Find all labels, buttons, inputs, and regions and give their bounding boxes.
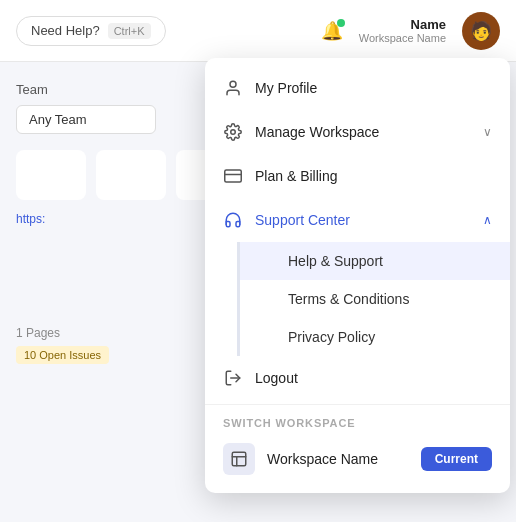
chevron-up-icon: ∧ — [483, 213, 492, 227]
menu-item-plan-billing[interactable]: Plan & Billing — [205, 154, 510, 198]
notification-dot — [337, 19, 345, 27]
svg-rect-2 — [225, 170, 242, 182]
submenu-item-privacy[interactable]: Privacy Policy — [237, 318, 510, 356]
team-select[interactable]: Any Team — [16, 105, 156, 134]
dropdown-menu: My Profile Manage Workspace ∨ Plan & Bil… — [205, 58, 510, 493]
svg-rect-5 — [232, 452, 246, 466]
user-name: Name — [359, 17, 446, 32]
submenu-item-terms[interactable]: Terms & Conditions — [237, 280, 510, 318]
card-1 — [16, 150, 86, 200]
current-badge: Current — [421, 447, 492, 471]
logout-label: Logout — [255, 370, 492, 386]
chevron-down-icon: ∨ — [483, 125, 492, 139]
submenu-item-help-support[interactable]: Help & Support — [237, 242, 510, 280]
workspace-row[interactable]: Workspace Name Current — [205, 433, 510, 485]
svg-point-1 — [231, 130, 236, 135]
profile-icon — [223, 78, 243, 98]
gear-icon — [223, 122, 243, 142]
manage-workspace-label: Manage Workspace — [255, 124, 471, 140]
workspace-name: Workspace Name — [359, 32, 446, 44]
user-info[interactable]: Name Workspace Name — [359, 17, 446, 44]
terms-conditions-label: Terms & Conditions — [288, 291, 409, 307]
menu-item-logout[interactable]: Logout — [205, 356, 510, 400]
help-support-label: Help & Support — [288, 253, 383, 269]
workspace-icon — [223, 443, 255, 475]
privacy-policy-label: Privacy Policy — [288, 329, 375, 345]
notification-bell[interactable]: 🔔 — [321, 20, 343, 42]
menu-item-profile[interactable]: My Profile — [205, 66, 510, 110]
switch-workspace-label: SWITCH WORKSPACE — [205, 409, 510, 433]
need-help-button[interactable]: Need Help? Ctrl+K — [16, 16, 166, 46]
shortcut-badge: Ctrl+K — [108, 23, 151, 39]
svg-point-0 — [230, 81, 236, 87]
logout-icon — [223, 368, 243, 388]
workspace-row-name: Workspace Name — [267, 451, 409, 467]
team-value: Any Team — [29, 112, 87, 127]
avatar[interactable]: 🧑 — [462, 12, 500, 50]
support-icon — [223, 210, 243, 230]
header-right: 🔔 Name Workspace Name 🧑 — [321, 12, 500, 50]
need-help-label: Need Help? — [31, 23, 100, 38]
divider — [205, 404, 510, 405]
header: Need Help? Ctrl+K 🔔 Name Workspace Name … — [0, 0, 516, 62]
profile-label: My Profile — [255, 80, 492, 96]
billing-icon — [223, 166, 243, 186]
open-issues-badge: 10 Open Issues — [16, 346, 109, 364]
menu-item-support-center[interactable]: Support Center ∧ — [205, 198, 510, 242]
menu-item-manage-workspace[interactable]: Manage Workspace ∨ — [205, 110, 510, 154]
plan-billing-label: Plan & Billing — [255, 168, 492, 184]
card-2 — [96, 150, 166, 200]
support-center-label: Support Center — [255, 212, 471, 228]
